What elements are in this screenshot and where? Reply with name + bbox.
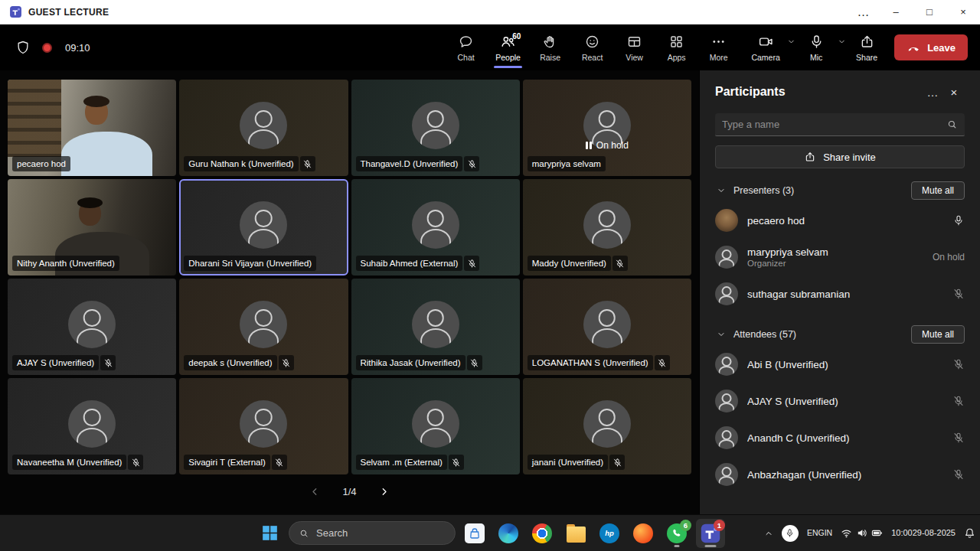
mic-off-icon[interactable] bbox=[952, 432, 965, 444]
video-tile-marypriya[interactable]: On hold marypriya selvam bbox=[523, 80, 691, 176]
share-invite-button[interactable]: Share invite bbox=[715, 145, 965, 168]
close-button[interactable]: × bbox=[946, 0, 980, 24]
page-indicator: 1/4 bbox=[342, 486, 356, 497]
video-tile-guru-nathan[interactable]: Guru Nathan k (Unverified) bbox=[179, 80, 348, 176]
video-tile-ajay[interactable]: AJAY S (Unverified) bbox=[8, 279, 176, 375]
camera-button[interactable]: Camera bbox=[747, 25, 784, 70]
apps-icon bbox=[668, 34, 684, 50]
video-stage: pecaero hod Guru Nathan k (Unverified) T… bbox=[0, 70, 699, 514]
collapse-presenters-chevron-icon[interactable] bbox=[715, 184, 727, 197]
video-tile-thangavel[interactable]: Thangavel.D (Unverified) bbox=[351, 80, 520, 176]
tray-date: 29-08-2025 bbox=[913, 527, 956, 538]
video-tile-janani[interactable]: janani (Unverified) bbox=[523, 378, 691, 474]
avatar bbox=[412, 201, 459, 249]
more-icon bbox=[710, 34, 727, 50]
mic-button[interactable]: Mic bbox=[798, 25, 835, 70]
mute-all-presenters-button[interactable]: Mute all bbox=[911, 181, 965, 200]
recording-indicator-icon bbox=[42, 43, 52, 53]
participant-row-anandh[interactable]: Anandh C (Unverified) bbox=[715, 419, 965, 456]
mic-icon bbox=[808, 34, 825, 50]
participant-row-anbazhagan[interactable]: Anbazhagan (Unverified) bbox=[715, 456, 965, 493]
video-tile-loganathan[interactable]: LOGANATHAN S (Unverified) bbox=[523, 279, 691, 375]
tray-mic-icon[interactable] bbox=[782, 525, 799, 542]
browser-orange-icon[interactable] bbox=[629, 519, 658, 548]
participant-name-label: Maddy (Unverified) bbox=[528, 256, 611, 271]
participant-name-label: Nithy Ananth (Unverified) bbox=[12, 256, 119, 271]
edge-browser-icon[interactable] bbox=[494, 519, 523, 548]
avatar bbox=[412, 102, 459, 149]
tray-time: 10:00 bbox=[891, 527, 913, 538]
participant-row-marypriya[interactable]: marypriya selvam Organizer On hold bbox=[715, 239, 965, 276]
tab-more[interactable]: More bbox=[697, 25, 740, 70]
meeting-toolbar: 09:10 Chat 60 People Raise React bbox=[0, 24, 980, 70]
video-tile-pecaero-hod[interactable]: pecaero hod bbox=[8, 80, 176, 176]
participant-name-label: janani (Unverified) bbox=[528, 455, 608, 470]
tray-chevron-up-icon[interactable] bbox=[764, 529, 773, 538]
grid-pagination: 1/4 bbox=[8, 474, 691, 508]
mic-on-icon[interactable] bbox=[952, 214, 965, 227]
video-tile-rithika[interactable]: Rithika Jasak (Unverified) bbox=[351, 279, 520, 375]
titlebar-more-button[interactable]: … bbox=[848, 0, 879, 24]
running-indicator bbox=[705, 545, 717, 547]
taskbar-search-box[interactable]: Search bbox=[289, 521, 456, 545]
tab-react[interactable]: React bbox=[571, 25, 613, 70]
teams-app-icon[interactable]: 1 bbox=[696, 519, 725, 548]
panel-more-button[interactable]: … bbox=[922, 83, 943, 101]
camera-options-chevron[interactable] bbox=[784, 25, 798, 70]
panel-close-button[interactable]: × bbox=[943, 83, 965, 101]
clock-and-date[interactable]: 10:00 29-08-2025 bbox=[891, 527, 956, 538]
participants-panel-title: Participants bbox=[715, 85, 922, 99]
video-tile-dharani[interactable]: Dharani Sri Vijayan (Unverified) bbox=[179, 179, 348, 276]
minimize-button[interactable]: – bbox=[879, 0, 913, 24]
notification-bell-icon[interactable] bbox=[964, 527, 975, 539]
avatar bbox=[68, 400, 116, 448]
taskbar-search-placeholder: Search bbox=[316, 527, 348, 539]
network-volume-battery-cluster[interactable] bbox=[841, 527, 883, 539]
teams-logo-icon bbox=[9, 5, 22, 18]
video-tile-navaneetha[interactable]: Navaneetha M (Unverified) bbox=[8, 378, 176, 474]
video-tile-selvam[interactable]: Selvam .m (External) bbox=[351, 378, 520, 474]
whatsapp-icon[interactable]: 6 bbox=[662, 519, 691, 548]
participant-name-label: Dharani Sri Vijayan (Unverified) bbox=[184, 256, 316, 271]
participant-row-abi[interactable]: Abi B (Unverified) bbox=[715, 346, 965, 383]
tab-raise[interactable]: Raise bbox=[529, 25, 571, 70]
video-tile-suhaib[interactable]: Suhaib Ahmed (External) bbox=[351, 179, 520, 276]
participant-name-label: AJAY S (Unverified) bbox=[12, 355, 99, 370]
language-indicator[interactable]: ENG IN bbox=[807, 528, 832, 538]
share-button[interactable]: Share bbox=[848, 25, 885, 70]
video-tile-maddy[interactable]: Maddy (Unverified) bbox=[523, 179, 691, 276]
on-hold-indicator: On hold bbox=[586, 140, 629, 151]
mic-off-icon[interactable] bbox=[952, 358, 965, 370]
mic-off-icon[interactable] bbox=[952, 288, 965, 300]
participants-search-input[interactable] bbox=[722, 119, 942, 130]
whatsapp-notification-badge: 6 bbox=[680, 520, 691, 531]
video-tile-nithy-ananth[interactable]: Nithy Ananth (Unverified) bbox=[8, 179, 176, 276]
chrome-browser-icon[interactable] bbox=[528, 519, 557, 548]
previous-page-button[interactable] bbox=[309, 486, 321, 497]
mute-all-attendees-button[interactable]: Mute all bbox=[911, 325, 965, 344]
mic-off-icon[interactable] bbox=[952, 395, 965, 407]
collapse-attendees-chevron-icon[interactable] bbox=[715, 328, 727, 341]
microsoft-store-icon[interactable] bbox=[460, 519, 489, 548]
hp-app-icon[interactable]: hp bbox=[595, 519, 624, 548]
participant-row-ajay[interactable]: AJAY S (Unverified) bbox=[715, 383, 965, 419]
person-head bbox=[85, 99, 108, 125]
mic-options-chevron[interactable] bbox=[835, 25, 848, 70]
avatar bbox=[68, 301, 116, 348]
start-button[interactable] bbox=[255, 519, 284, 548]
participant-name-label: deepak s (Unverified) bbox=[184, 355, 276, 370]
file-explorer-icon[interactable] bbox=[561, 519, 590, 548]
maximize-button[interactable]: □ bbox=[913, 0, 946, 24]
video-tile-sivagiri[interactable]: Sivagiri T (External) bbox=[179, 378, 348, 474]
mic-off-icon[interactable] bbox=[952, 468, 965, 481]
participant-row-suthagar[interactable]: suthagar subramanian bbox=[715, 276, 965, 312]
tab-view[interactable]: View bbox=[613, 25, 655, 70]
tab-apps[interactable]: Apps bbox=[655, 25, 697, 70]
participant-name-label: LOGANATHAN S (Unverified) bbox=[528, 355, 653, 370]
tab-chat[interactable]: Chat bbox=[445, 25, 487, 70]
next-page-button[interactable] bbox=[378, 486, 390, 497]
participant-row-pecaero-hod[interactable]: pecaero hod bbox=[715, 202, 965, 239]
leave-button[interactable]: Leave bbox=[894, 34, 968, 60]
tab-people[interactable]: 60 People bbox=[487, 25, 529, 70]
video-tile-deepak[interactable]: deepak s (Unverified) bbox=[179, 279, 348, 375]
